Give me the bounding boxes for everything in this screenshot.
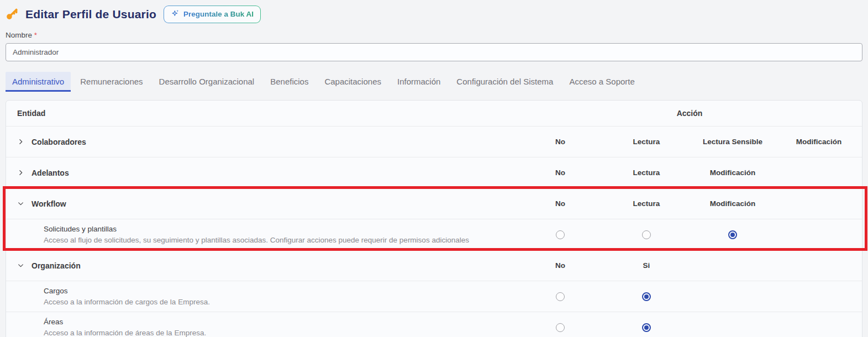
tab-beneficios[interactable]: Beneficios xyxy=(264,72,315,92)
radio-modificacion-selected[interactable] xyxy=(728,230,737,239)
table-row-colaboradores[interactable]: Colaboradores No Lectura Lectura Sensibl… xyxy=(6,126,862,157)
table-header-row: Entidad Acción xyxy=(6,101,862,126)
radio-lectura[interactable] xyxy=(642,230,651,239)
table-row-areas: Áreas Acceso a la información de áreas d… xyxy=(6,312,862,337)
option-label-lectura-sensible: Lectura Sensible xyxy=(690,138,776,146)
name-field-label: Nombre * xyxy=(6,31,862,39)
permission-name: Cargos xyxy=(44,287,517,295)
table-row-organizacion[interactable]: Organización No Si xyxy=(6,250,862,281)
radio-si-selected[interactable] xyxy=(642,292,651,301)
radio-no[interactable] xyxy=(556,292,565,301)
radio-no[interactable] xyxy=(556,323,565,332)
tab-remuneraciones[interactable]: Remuneraciones xyxy=(73,72,149,92)
sparkle-icon xyxy=(171,9,180,19)
chevron-down-icon xyxy=(17,200,24,207)
option-label-modificacion: Modificación xyxy=(690,199,776,208)
table-row-workflow[interactable]: Workflow No Lectura Modificación xyxy=(6,188,862,219)
option-label-no: No xyxy=(517,168,603,177)
entity-column-header: Entidad xyxy=(6,109,517,118)
option-label-lectura: Lectura xyxy=(603,199,690,208)
tab-acceso-a-soporte[interactable]: Acceso a Soporte xyxy=(562,72,641,92)
action-column-header: Acción xyxy=(517,109,862,118)
tab-desarrollo-organizacional[interactable]: Desarrollo Organizacional xyxy=(152,72,261,92)
option-label-modificacion: Modificación xyxy=(776,138,862,146)
entity-name: Organización xyxy=(31,261,81,270)
ask-buk-ai-button[interactable]: Preguntale a Buk AI xyxy=(164,6,261,23)
option-label-no: No xyxy=(517,261,603,270)
option-label-modificacion: Modificación xyxy=(690,168,776,177)
chevron-right-icon xyxy=(17,138,24,145)
option-label-no: No xyxy=(517,199,603,208)
radio-si-selected[interactable] xyxy=(642,323,651,332)
table-row-solicitudes-y-plantillas: Solicitudes y plantillas Acceso al flujo… xyxy=(6,219,862,250)
permission-name: Solicitudes y plantillas xyxy=(44,225,517,233)
entity-name: Workflow xyxy=(31,199,66,208)
permission-description: Acceso a la información de cargos de la … xyxy=(44,298,517,306)
option-label-lectura: Lectura xyxy=(603,168,690,177)
tab-informacion[interactable]: Información xyxy=(391,72,447,92)
name-input[interactable] xyxy=(6,43,862,61)
option-label-si: Si xyxy=(603,261,690,270)
entity-name: Adelantos xyxy=(31,168,69,177)
page-header: Editar Perfil de Usuario Preguntale a Bu… xyxy=(6,0,862,23)
option-label-no: No xyxy=(517,138,603,146)
chevron-right-icon xyxy=(17,169,24,176)
key-icon xyxy=(6,8,18,20)
radio-no[interactable] xyxy=(556,230,565,239)
required-asterisk: * xyxy=(34,31,37,39)
option-label-lectura: Lectura xyxy=(603,138,690,146)
tab-capacitaciones[interactable]: Capacitaciones xyxy=(318,72,388,92)
permissions-table: Entidad Acción Colaboradores No Lectura … xyxy=(6,100,862,337)
permission-description: Acceso al flujo de solicitudes, su segui… xyxy=(44,236,517,244)
page: Editar Perfil de Usuario Preguntale a Bu… xyxy=(0,0,868,337)
table-row-cargos: Cargos Acceso a la información de cargos… xyxy=(6,281,862,312)
tab-bar: Administrativo Remuneraciones Desarrollo… xyxy=(6,72,862,92)
page-title: Editar Perfil de Usuario xyxy=(25,8,156,21)
tab-configuracion-del-sistema[interactable]: Configuración del Sistema xyxy=(450,72,560,92)
chevron-down-icon xyxy=(17,262,24,269)
permission-name: Áreas xyxy=(44,318,517,326)
tab-administrativo[interactable]: Administrativo xyxy=(6,72,71,92)
entity-name: Colaboradores xyxy=(31,138,86,146)
table-row-adelantos[interactable]: Adelantos No Lectura Modificación xyxy=(6,157,862,188)
ask-buk-ai-label: Preguntale a Buk AI xyxy=(183,10,254,18)
permission-description: Acceso a la información de áreas de la E… xyxy=(44,329,517,337)
